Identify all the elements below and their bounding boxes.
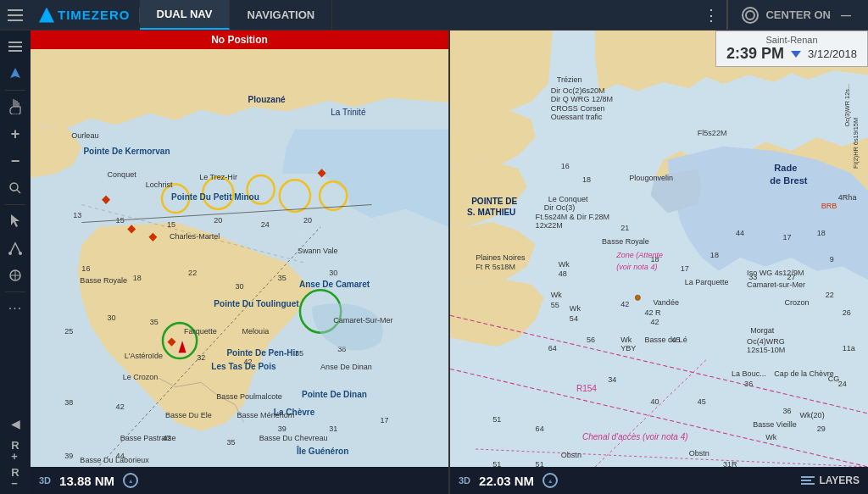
- sidebar-btn-hand[interactable]: [3, 94, 28, 119]
- svg-text:39: 39: [64, 451, 73, 459]
- svg-text:42 R: 42 R: [644, 308, 660, 317]
- svg-text:25: 25: [64, 326, 73, 335]
- right-chart-canvas[interactable]: R154 Fl5s22M 16 18 21 18 17 18 44 17 18 …: [450, 31, 868, 467]
- sidebar-btn-search[interactable]: [3, 175, 28, 201]
- tab-navigation[interactable]: NAVIGATION: [230, 0, 332, 30]
- sidebar-btn-waypoint[interactable]: [3, 263, 28, 288]
- svg-text:39: 39: [278, 425, 287, 433]
- svg-text:Oc(3)WR 12s...: Oc(3)WR 12s...: [843, 84, 851, 127]
- svg-rect-3: [8, 42, 22, 43]
- brand-name: TIMEZERO: [58, 8, 131, 22]
- svg-text:Basse Royale: Basse Royale: [80, 276, 127, 285]
- svg-text:Trézien: Trézien: [557, 75, 582, 84]
- svg-point-16: [203, 177, 233, 209]
- svg-text:Dir Q WRG 12/8M: Dir Q WRG 12/8M: [551, 95, 613, 103]
- svg-text:22: 22: [826, 291, 834, 299]
- brand-icon: [39, 8, 54, 23]
- svg-text:CROSS Corsen: CROSS Corsen: [551, 103, 605, 112]
- sidebar-btn-menu[interactable]: [3, 34, 28, 59]
- right-chart-pane[interactable]: Saint-Renan 2:39 PM 3/12/2018: [450, 31, 868, 494]
- svg-text:Anse De Dinan: Anse De Dinan: [320, 362, 372, 370]
- svg-text:45: 45: [672, 336, 681, 344]
- tab-dual-nav[interactable]: DUAL NAV: [140, 0, 231, 30]
- svg-text:Ourleau: Ourleau: [71, 131, 98, 140]
- sidebar-btn-cursor[interactable]: [3, 208, 28, 234]
- svg-point-9: [19, 252, 22, 255]
- svg-text:Île Guénéron: Île Guénéron: [296, 446, 348, 456]
- svg-text:Les Tas De Pois: Les Tas De Pois: [211, 361, 276, 370]
- sidebar-btn-route[interactable]: [3, 236, 28, 261]
- svg-point-21: [300, 290, 341, 332]
- svg-text:18: 18: [710, 251, 719, 259]
- svg-text:Basse Ménéhom: Basse Ménéhom: [236, 411, 294, 419]
- svg-text:La Chèvre: La Chèvre: [274, 408, 315, 417]
- sidebar-btn-zoom-r-minus[interactable]: R−: [3, 465, 28, 491]
- svg-text:35: 35: [150, 318, 159, 326]
- sidebar-btn-zoom-in[interactable]: +: [3, 121, 28, 147]
- svg-text:Plougonvelin: Plougonvelin: [629, 173, 673, 181]
- sidebar-divider-3: [5, 291, 25, 292]
- center-on-panel: CENTER ON —: [727, 0, 868, 30]
- center-on-label: CENTER ON: [765, 8, 831, 21]
- svg-text:16: 16: [81, 264, 90, 273]
- svg-rect-52: [127, 225, 136, 233]
- svg-text:La Bouc...: La Bouc...: [732, 369, 766, 378]
- svg-text:Obstn: Obstn: [689, 449, 709, 458]
- dropdown-arrow-icon[interactable]: [791, 51, 801, 58]
- hamburger-menu[interactable]: [0, 0, 31, 31]
- svg-line-23: [81, 227, 320, 467]
- svg-rect-90: [450, 31, 868, 467]
- svg-line-92: [450, 315, 868, 414]
- svg-text:4Rha: 4Rha: [838, 193, 857, 202]
- svg-rect-13: [31, 49, 448, 467]
- sidebar-btn-zoom-out[interactable]: −: [3, 148, 28, 174]
- svg-text:Charles-Martel: Charles-Martel: [170, 232, 220, 241]
- svg-point-6: [10, 183, 18, 191]
- layers-button[interactable]: LAYERS: [801, 475, 860, 486]
- svg-line-91: [450, 369, 868, 467]
- svg-text:Plaines Noires: Plaines Noires: [476, 253, 526, 262]
- sidebar-btn-boat[interactable]: [3, 61, 28, 86]
- svg-rect-55: [168, 337, 176, 346]
- svg-text:Pointe De Kermorvan: Pointe De Kermorvan: [83, 147, 170, 156]
- right-chart-compass[interactable]: ▲: [542, 473, 558, 488]
- more-options-button[interactable]: ⋮: [696, 0, 726, 31]
- svg-text:Basse Du Ele: Basse Du Ele: [165, 411, 212, 419]
- svg-text:33: 33: [748, 273, 757, 281]
- svg-text:Rade: Rade: [774, 163, 797, 173]
- brand-logo-area: TIMEZERO: [31, 8, 140, 23]
- svg-text:18: 18: [817, 229, 826, 237]
- svg-text:44: 44: [116, 451, 125, 459]
- svg-text:29: 29: [817, 425, 826, 433]
- svg-text:Dir Oc(3): Dir Oc(3): [544, 203, 576, 212]
- sidebar-btn-zoom-r-plus[interactable]: R+: [3, 438, 28, 463]
- svg-text:Wk: Wk: [620, 336, 632, 344]
- svg-text:64: 64: [536, 425, 544, 433]
- svg-text:26: 26: [843, 308, 851, 317]
- svg-text:Chenal d'accès (voir nota 4): Chenal d'accès (voir nota 4): [582, 432, 688, 441]
- saint-renan-location: Saint-Renan: [725, 35, 859, 45]
- sidebar-btn-back[interactable]: ◀: [3, 411, 28, 436]
- svg-text:Basse Pastraïse: Basse Pastraïse: [120, 433, 176, 441]
- svg-text:Basse Du Laborieux: Basse Du Laborieux: [80, 456, 149, 464]
- minimize-button[interactable]: —: [837, 7, 854, 24]
- current-time: 2:39 PM: [726, 45, 784, 63]
- svg-point-8: [8, 252, 12, 255]
- svg-text:Pointe Du Toulinguet: Pointe Du Toulinguet: [214, 299, 299, 308]
- svg-text:Wk: Wk: [559, 259, 570, 268]
- svg-text:Conquet: Conquet: [108, 170, 137, 179]
- left-chart-pane[interactable]: No Position: [31, 31, 450, 494]
- left-chart-canvas[interactable]: 13 15 15 20 24 20 16 18 22 30 35 30 25 3…: [31, 49, 448, 467]
- right-chart-distance: 22.03 NM: [479, 474, 534, 488]
- svg-text:16: 16: [561, 162, 570, 170]
- svg-text:20: 20: [303, 215, 312, 224]
- svg-rect-2: [8, 19, 23, 21]
- sidebar-btn-more[interactable]: ···: [3, 296, 28, 321]
- left-chart-compass[interactable]: ▲: [123, 473, 138, 488]
- svg-text:42: 42: [650, 318, 659, 326]
- svg-text:40: 40: [650, 397, 659, 406]
- svg-text:18: 18: [650, 255, 659, 264]
- svg-text:Ft R 5s18M: Ft R 5s18M: [476, 263, 515, 271]
- svg-text:Obstn: Obstn: [561, 451, 581, 459]
- nav-tabs: DUAL NAV NAVIGATION: [140, 0, 333, 30]
